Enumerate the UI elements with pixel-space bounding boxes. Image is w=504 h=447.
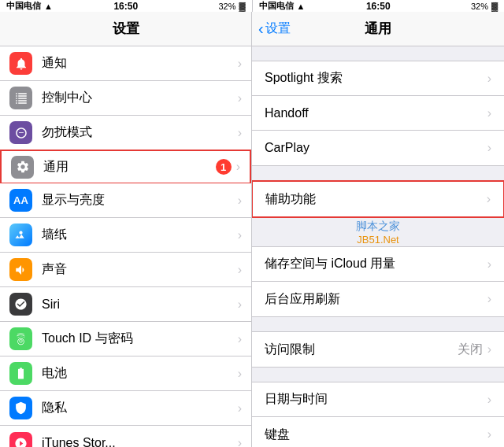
bg-refresh-label: 后台应用刷新 bbox=[265, 291, 487, 308]
sound-chevron: › bbox=[238, 263, 242, 277]
section-gap-1 bbox=[252, 46, 504, 61]
spotlight-label: Spotlight 搜索 bbox=[265, 70, 487, 87]
left-panel: 通知 › 控制中心 › 勿扰模式 › bbox=[0, 46, 252, 447]
right-nav-title: 通用 bbox=[365, 20, 391, 38]
battery-icon-item bbox=[9, 362, 32, 385]
settings-item-touchid[interactable]: Touch ID 与密码 › bbox=[0, 322, 251, 356]
battery-icon-right: ▓ bbox=[491, 2, 498, 11]
right-section-2: 储存空间与 iCloud 用量 › 后台应用刷新 › bbox=[252, 246, 504, 317]
settings-item-wallpaper[interactable]: 墙纸 › bbox=[0, 218, 251, 253]
battery-icon-left: ▓ bbox=[239, 2, 245, 11]
accessibility-chevron: › bbox=[487, 192, 491, 206]
handoff-label: Handoff bbox=[265, 106, 487, 120]
wallpaper-chevron: › bbox=[238, 228, 242, 242]
settings-item-dnd[interactable]: 勿扰模式 › bbox=[0, 116, 251, 150]
settings-item-general[interactable]: 通用 1 › bbox=[0, 150, 251, 184]
general-badge: 1 bbox=[216, 159, 232, 175]
watermark-area: 脚本之家 JB51.Net bbox=[252, 218, 504, 246]
right-item-restrictions[interactable]: 访问限制 关闭 › bbox=[252, 332, 504, 367]
datetime-chevron: › bbox=[487, 393, 491, 407]
left-nav-bar: 设置 bbox=[0, 12, 252, 46]
notification-label: 通知 bbox=[42, 55, 238, 72]
back-button[interactable]: ‹ 设置 bbox=[258, 20, 291, 37]
dnd-label: 勿扰模式 bbox=[42, 124, 238, 141]
right-item-spotlight[interactable]: Spotlight 搜索 › bbox=[252, 61, 504, 96]
itunes-label: iTunes Stor... bbox=[42, 436, 238, 447]
right-item-keyboard[interactable]: 键盘 › bbox=[252, 417, 504, 447]
touchid-icon bbox=[9, 327, 32, 350]
main-panels: 通知 › 控制中心 › 勿扰模式 › bbox=[0, 46, 504, 447]
spotlight-chevron: › bbox=[487, 72, 491, 86]
storage-label: 储存空间与 iCloud 用量 bbox=[265, 256, 487, 272]
back-chevron-icon: ‹ bbox=[258, 20, 264, 36]
right-carrier-text: 中国电信 bbox=[259, 0, 294, 12]
right-nav-bar: ‹ 设置 通用 bbox=[252, 12, 504, 46]
watermark-line2: JB51.Net bbox=[357, 234, 398, 246]
right-carrier: 中国电信 ▲ bbox=[259, 0, 306, 12]
settings-item-itunes[interactable]: iTunes Stor... › bbox=[0, 426, 251, 447]
siri-chevron: › bbox=[238, 297, 242, 312]
settings-item-display[interactable]: AA 显示与亮度 › bbox=[0, 183, 251, 218]
right-item-handoff[interactable]: Handoff › bbox=[252, 96, 504, 131]
keyboard-label: 键盘 bbox=[265, 427, 487, 443]
touchid-label: Touch ID 与密码 bbox=[42, 331, 238, 347]
itunes-icon bbox=[9, 432, 32, 448]
datetime-label: 日期与时间 bbox=[265, 391, 487, 408]
general-label: 通用 bbox=[43, 159, 216, 175]
wallpaper-label: 墙纸 bbox=[42, 227, 238, 243]
right-item-accessibility[interactable]: 辅助功能 › bbox=[253, 182, 503, 216]
battery-chevron: › bbox=[238, 367, 242, 381]
right-item-storage[interactable]: 储存空间与 iCloud 用量 › bbox=[252, 247, 504, 282]
right-item-datetime[interactable]: 日期与时间 › bbox=[252, 382, 504, 417]
bg-refresh-chevron: › bbox=[487, 292, 491, 306]
right-item-bg-refresh[interactable]: 后台应用刷新 › bbox=[252, 282, 504, 316]
privacy-chevron: › bbox=[238, 401, 242, 416]
wifi-icon-right: ▲ bbox=[297, 2, 306, 11]
right-time: 16:50 bbox=[366, 1, 391, 12]
right-settings-list: Spotlight 搜索 › Handoff › CarPlay › 辅助功能 … bbox=[252, 46, 504, 447]
right-item-accessibility-highlighted[interactable]: 辅助功能 › bbox=[252, 180, 504, 218]
sound-label: 声音 bbox=[42, 261, 238, 278]
watermark-line1: 脚本之家 bbox=[356, 220, 400, 234]
right-section-3: 访问限制 关闭 › bbox=[252, 331, 504, 368]
left-carrier-text: 中国电信 bbox=[6, 0, 41, 12]
right-section-1: Spotlight 搜索 › Handoff › CarPlay › bbox=[252, 61, 504, 166]
left-battery-text: 32% bbox=[218, 2, 235, 11]
notification-chevron: › bbox=[238, 57, 242, 71]
general-icon bbox=[11, 156, 34, 179]
status-bars: 中国电信 ▲ 16:50 32% ▓ 中国电信 ▲ 16:50 32% ▓ bbox=[0, 0, 504, 12]
dnd-chevron: › bbox=[238, 126, 242, 140]
settings-item-privacy[interactable]: 隐私 › bbox=[0, 391, 251, 426]
carplay-label: CarPlay bbox=[265, 141, 487, 155]
settings-item-sound[interactable]: 声音 › bbox=[0, 253, 251, 287]
wifi-icon: ▲ bbox=[44, 2, 53, 11]
left-carrier: 中国电信 ▲ bbox=[6, 0, 53, 12]
section-gap-2 bbox=[252, 166, 504, 180]
display-chevron: › bbox=[238, 194, 242, 208]
privacy-icon bbox=[9, 397, 32, 419]
control-center-label: 控制中心 bbox=[42, 90, 238, 106]
settings-item-siri[interactable]: Siri › bbox=[0, 287, 251, 322]
display-icon: AA bbox=[9, 189, 32, 212]
sound-icon bbox=[9, 258, 32, 281]
wallpaper-icon bbox=[9, 224, 32, 246]
nav-bars: 设置 ‹ 设置 通用 bbox=[0, 12, 504, 46]
control-center-chevron: › bbox=[238, 91, 242, 105]
back-label: 设置 bbox=[265, 20, 291, 37]
accessibility-label: 辅助功能 bbox=[265, 191, 487, 208]
handoff-chevron: › bbox=[487, 106, 491, 120]
svg-point-0 bbox=[19, 231, 22, 235]
left-nav-title: 设置 bbox=[113, 20, 139, 38]
settings-item-battery[interactable]: 电池 › bbox=[0, 356, 251, 391]
left-battery: 32% ▓ bbox=[218, 2, 245, 11]
battery-label: 电池 bbox=[42, 365, 238, 382]
settings-item-control-center[interactable]: 控制中心 › bbox=[0, 81, 251, 116]
itunes-chevron: › bbox=[238, 436, 242, 447]
right-status-bar: 中国电信 ▲ 16:50 32% ▓ bbox=[253, 0, 505, 12]
settings-item-notification[interactable]: 通知 › bbox=[0, 46, 251, 81]
left-status-bar: 中国电信 ▲ 16:50 32% ▓ bbox=[0, 0, 253, 12]
storage-chevron: › bbox=[487, 257, 491, 272]
right-item-carplay[interactable]: CarPlay › bbox=[252, 131, 504, 165]
right-panel: Spotlight 搜索 › Handoff › CarPlay › 辅助功能 … bbox=[252, 46, 504, 447]
restrictions-chevron: › bbox=[487, 342, 491, 356]
